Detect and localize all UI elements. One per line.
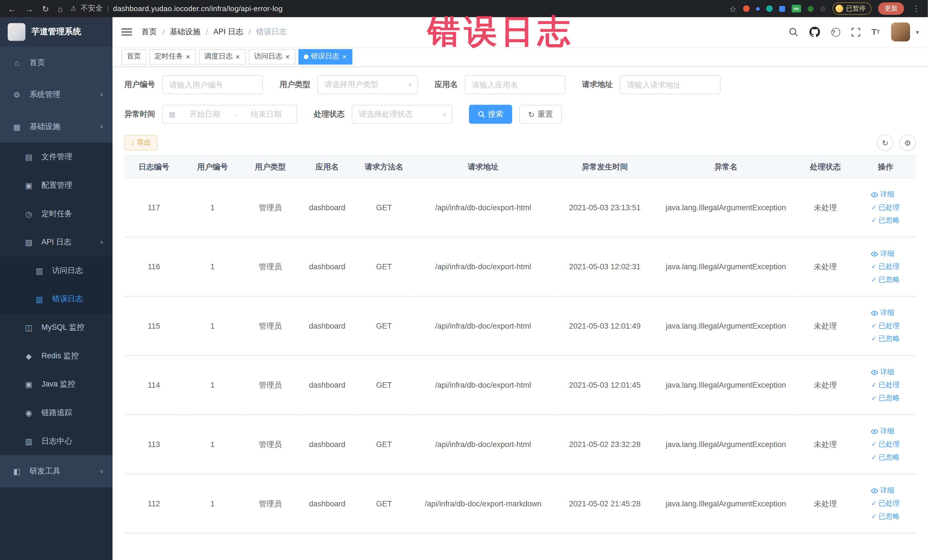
app-name-input[interactable] [465,75,565,94]
sidebar-item-access-log[interactable]: ▥ 访问日志 [0,256,112,285]
tab-label: 访问日志 [254,52,282,62]
date-range-picker[interactable]: ▦ 开始日期 - 结束日期 [162,105,297,124]
mark-ignored-link[interactable]: ✓已忽略 [871,334,900,344]
paused-badge[interactable]: 已暂停 [832,2,872,15]
reload-icon[interactable]: ↻ [42,4,49,13]
select-placeholder: 请选择用户类型 [324,79,378,90]
search-button[interactable]: 搜索 [469,105,512,124]
config-icon: ▣ [24,181,34,190]
bookmark-star-icon[interactable]: ☆ [729,4,737,13]
cell-exception: java.lang.IllegalArgumentException [656,356,796,415]
active-tab-dot [304,54,309,59]
column-settings-button[interactable]: ⚙ [899,134,916,151]
sidebar-item-java-monitor[interactable]: ▣ Java 监控 [0,370,112,398]
sidebar-item-log-center[interactable]: ▥ 日志中心 [0,427,112,455]
mark-ignored-link[interactable]: ✓已忽略 [871,393,900,403]
process-status-select[interactable]: 请选择处理状态 ∨ [352,105,452,124]
cell-url: /api/infra/db-doc/export-html [413,237,554,296]
extension-on-badge[interactable]: on [792,5,801,12]
help-icon[interactable]: ? [831,27,840,37]
extension-icon-4[interactable] [779,6,785,12]
browser-menu-icon[interactable]: ⋮ [911,4,922,13]
detail-link[interactable]: 详细 [871,189,894,200]
sidebar-item-error-log[interactable]: ▥ 错误日志 [0,285,112,313]
app-logo[interactable]: 芋道管理系统 [0,17,112,47]
cell-user-type: 管理员 [242,474,299,533]
table-header-row: 日志编号 用户编号 用户类型 应用名 请求方法名 请求地址 异常发生时间 异常名… [124,156,916,178]
avatar[interactable] [891,23,910,41]
extension-icon-1[interactable] [743,5,750,12]
sidebar-item-file-management[interactable]: ▤ 文件管理 [0,143,112,171]
update-button[interactable]: 更新 [878,2,904,15]
fullscreen-icon[interactable] [851,27,860,37]
check-icon: ✓ [871,513,877,520]
font-size-icon[interactable]: TT [872,27,880,37]
caret-down-icon[interactable]: ▾ [916,29,919,35]
export-button-label: 导出 [137,138,151,148]
app-name-label: 应用名 [435,79,458,90]
detail-link[interactable]: 详细 [871,367,894,377]
close-icon[interactable]: × [342,53,347,60]
user-id-input[interactable] [162,75,263,94]
sidebar-item-scheduled-jobs[interactable]: ◷ 定时任务 [0,200,112,228]
mark-ignored-link[interactable]: ✓已忽略 [871,511,900,522]
sidebar-item-redis-monitor[interactable]: ◆ Redis 监控 [0,342,112,370]
mark-processed-link[interactable]: ✓已处理 [871,380,900,390]
mark-ignored-link[interactable]: ✓已忽略 [871,452,900,462]
mark-ignored-link[interactable]: ✓已忽略 [871,275,900,285]
forward-icon[interactable]: → [25,4,33,13]
request-url-input[interactable] [620,75,720,94]
breadcrumb-home[interactable]: 首页 [142,26,157,37]
github-icon[interactable] [809,26,820,37]
extension-icon-5[interactable] [807,6,814,12]
refresh-icon: ↻ [528,110,534,119]
extension-icon-6[interactable] [820,6,826,12]
home-icon[interactable]: ⌂ [58,4,63,13]
mark-processed-link[interactable]: ✓已处理 [871,499,900,509]
sidebar-item-config-management[interactable]: ▣ 配置管理 [0,171,112,200]
reset-button[interactable]: ↻ 重置 [519,105,562,124]
export-button[interactable]: ↓ 导出 [124,135,157,150]
tab-scheduled-jobs[interactable]: 定时任务 × [149,49,196,64]
sidebar-item-label: 文件管理 [41,151,72,162]
sidebar-item-home[interactable]: ⌂ 首页 [0,47,112,79]
mark-ignored-link[interactable]: ✓已忽略 [871,215,900,225]
tab-schedule-log[interactable]: 调度日志 × [199,49,246,64]
refresh-table-button[interactable]: ↻ [877,134,893,151]
sidebar-item-mysql-monitor[interactable]: ◫ MySQL 监控 [0,313,112,342]
search-icon [478,111,485,118]
breadcrumb-api-log[interactable]: API 日志 [214,26,243,37]
close-icon[interactable]: × [285,53,290,60]
mark-processed-link[interactable]: ✓已处理 [871,439,900,449]
extension-icon-3[interactable] [766,5,773,12]
cell-user-type: 管理员 [242,178,299,237]
detail-link[interactable]: 详细 [871,485,894,496]
mark-processed-link[interactable]: ✓已处理 [871,262,900,272]
close-icon[interactable]: × [185,53,191,60]
mark-processed-link[interactable]: ✓已处理 [871,321,900,331]
back-icon[interactable]: ← [8,4,16,13]
address-bar[interactable]: ⚠ 不安全 | dashboard.yudao.iocoder.cn/infra… [70,3,282,14]
tab-error-log[interactable]: 错误日志 × [298,49,352,64]
detail-link[interactable]: 详细 [871,249,894,259]
detail-link[interactable]: 详细 [871,308,894,318]
search-icon[interactable] [789,27,798,37]
sidebar-item-system-management[interactable]: ⚙ 系统管理 ∨ [0,79,112,111]
search-button-label: 搜索 [488,109,503,119]
mark-processed-link[interactable]: ✓已处理 [871,203,900,212]
end-date-placeholder: 结束日期 [241,109,291,119]
tab-access-log[interactable]: 访问日志 × [249,49,296,64]
ignored-link-label: 已忽略 [878,452,900,462]
cell-exception: java.lang.IllegalArgumentException [656,415,796,474]
extension-icon-2[interactable] [756,7,759,10]
breadcrumb-infrastructure[interactable]: 基础设施 [170,26,200,37]
close-icon[interactable]: × [235,53,241,60]
sidebar-item-tracing[interactable]: ◉ 链路追踪 [0,398,112,427]
detail-link[interactable]: 详细 [871,426,894,436]
sidebar-item-infrastructure[interactable]: ▦ 基础设施 ∧ [0,111,112,143]
tab-home[interactable]: 首页 [121,49,146,64]
hamburger-icon[interactable] [121,29,132,36]
sidebar-item-dev-tools[interactable]: ◧ 研发工具 ∨ [0,455,112,487]
sidebar-item-api-log[interactable]: ▧ API 日志 ∧ [0,228,112,256]
user-type-select[interactable]: 请选择用户类型 ∨ [317,75,418,94]
